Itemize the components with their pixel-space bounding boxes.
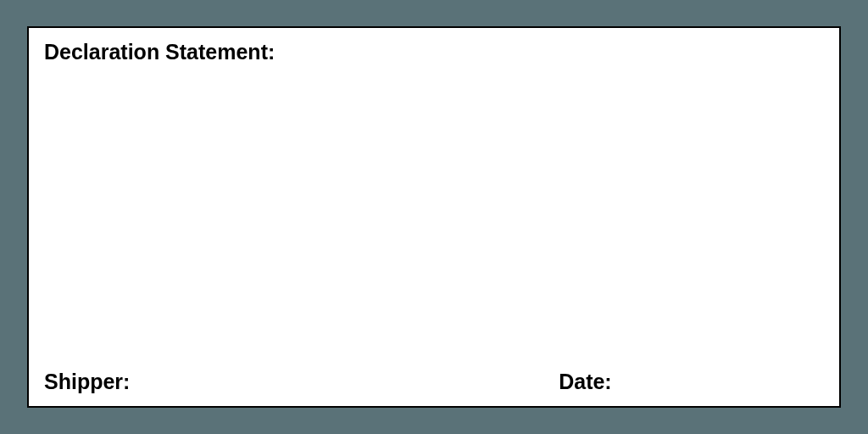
shipper-label: Shipper: — [44, 370, 559, 394]
footer-row: Shipper: Date: — [44, 370, 824, 394]
declaration-form-box: Declaration Statement: Shipper: Date: — [27, 26, 841, 408]
declaration-statement-label: Declaration Statement: — [44, 40, 824, 64]
date-label: Date: — [559, 370, 824, 394]
